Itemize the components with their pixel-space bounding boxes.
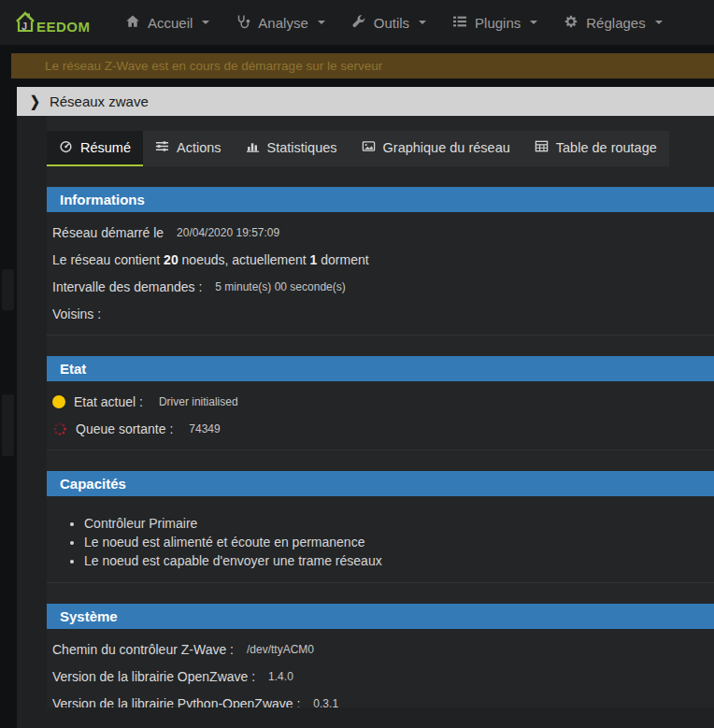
tab-actions[interactable]: Actions <box>143 131 234 166</box>
sliders-icon <box>155 139 169 156</box>
panel-title: Système <box>60 608 118 624</box>
neighbors-row: Voisins : <box>52 300 714 327</box>
panel-informations-body: Réseau démarré le 20/04/2020 19:57:09 Le… <box>47 212 714 335</box>
nav-label: Plugins <box>475 15 521 31</box>
outgoing-queue-row: Queue sortante : 74349 <box>52 415 714 442</box>
node-count-row: Le réseau contient 20 noeuds, actuelleme… <box>52 246 714 273</box>
left-strip-ghost <box>2 394 14 456</box>
panel-etat: Etat Etat actuel : Driver initialised <box>47 356 714 450</box>
panel-capacites-body: Contrôleur Primaire Le noeud est aliment… <box>47 496 714 583</box>
tab-graphique-reseau[interactable]: Graphique du réseau <box>350 131 522 166</box>
chevron-down-icon <box>530 21 537 24</box>
nav-item-outils[interactable]: Outils <box>338 0 439 45</box>
nav-label: Réglages <box>586 15 645 31</box>
panel-etat-body: Etat actuel : Driver initialised <box>47 381 714 450</box>
jeedom-house-icon: J <box>11 8 39 36</box>
chevron-down-icon <box>202 21 209 24</box>
poll-interval-value: 5 minute(s) 00 seconde(s) <box>215 280 345 293</box>
spinner-icon <box>52 421 67 436</box>
python-openzwave-version-row: Version de la librairie Python-OpenZwave… <box>52 690 714 707</box>
capability-item: Le noeud est alimenté et écoute en perma… <box>84 534 714 551</box>
panel-capacites-header: Capacités <box>47 471 714 496</box>
capabilities-list: Contrôleur Primaire Le noeud est aliment… <box>52 515 714 570</box>
wrench-icon <box>351 14 366 32</box>
main-menu: Accueil Analyse Outils <box>112 0 676 45</box>
top-navbar: J EEDOM Accueil Analyse <box>0 0 714 45</box>
image-icon <box>362 139 376 156</box>
capability-item: Contrôleur Primaire <box>84 515 714 533</box>
current-state-row: Etat actuel : Driver initialised <box>52 388 714 415</box>
outgoing-queue-label: Queue sortante : <box>76 421 173 436</box>
status-yellow-icon <box>52 395 65 408</box>
current-state-label: Etat actuel : <box>74 394 143 409</box>
panel-informations-header: Informations <box>47 187 714 212</box>
logo-letter: J <box>21 21 27 32</box>
nav-label: Accueil <box>148 15 193 31</box>
nav-item-analyse[interactable]: Analyse <box>222 0 337 45</box>
tab-label: Graphique du réseau <box>383 140 510 155</box>
panel-title: Etat <box>60 361 86 377</box>
node-count-text: Le réseau contient 20 noeuds, actuelleme… <box>52 252 369 267</box>
brand-text: EEDOM <box>36 19 91 35</box>
zwave-summary-container: Résumé Actions Statistiques <box>47 116 714 707</box>
tab-label: Actions <box>177 140 221 155</box>
jeedom-screen: J EEDOM Accueil Analyse <box>0 0 714 728</box>
nav-label: Outils <box>374 15 409 31</box>
nav-item-plugins[interactable]: Plugins <box>439 0 550 45</box>
openzwave-version-value: 1.4.0 <box>268 670 293 683</box>
nav-label: Analyse <box>258 15 307 31</box>
panel-systeme-body: Chemin du contrôleur Z-Wave : /dev/ttyAC… <box>47 629 714 707</box>
tab-label: Résumé <box>80 140 131 155</box>
list-icon <box>452 14 467 32</box>
panel-title: Capacités <box>60 476 126 492</box>
panel-systeme: Système Chemin du contrôleur Z-Wave : /d… <box>47 604 714 707</box>
network-started-value: 20/04/2020 19:57:09 <box>177 226 279 239</box>
panel-etat-header: Etat <box>47 356 714 381</box>
stethoscope-icon <box>236 14 250 32</box>
chevron-down-icon <box>655 21 663 24</box>
network-started-label: Réseau démarré le <box>52 225 164 240</box>
panel-title: Informations <box>60 192 145 207</box>
node-count-value: 20 <box>164 252 178 267</box>
tab-table-routage[interactable]: Table de routage <box>522 131 669 166</box>
panel-systeme-header: Système <box>47 604 714 629</box>
tab-resume[interactable]: Résumé <box>47 131 143 166</box>
zwave-startup-alert: Le réseau Z-Wave est en cours de démarra… <box>11 53 714 79</box>
left-strip-ghost <box>2 269 14 310</box>
jeedom-logo[interactable]: J EEDOM <box>0 8 97 36</box>
panel-informations: Informations Réseau démarré le 20/04/202… <box>47 187 714 335</box>
controller-path-label: Chemin du contrôleur Z-Wave : <box>52 642 234 657</box>
tab-bar: Résumé Actions Statistiques <box>47 131 669 166</box>
openzwave-version-label: Version de la librairie OpenZwave : <box>52 669 255 684</box>
outgoing-queue-value: 74349 <box>189 422 220 435</box>
chevron-down-icon <box>419 21 426 24</box>
capability-item: Le noeud est capable d'envoyer une trame… <box>84 552 714 570</box>
current-state-value: Driver initialised <box>159 395 238 408</box>
tab-statistiques[interactable]: Statistiques <box>234 131 350 166</box>
bar-chart-icon <box>246 139 260 156</box>
main-content: Résumé Actions Statistiques <box>17 116 714 728</box>
home-icon <box>125 14 140 32</box>
neighbors-label: Voisins : <box>52 307 101 321</box>
tachometer-icon <box>59 139 73 156</box>
python-openzwave-version-value: 0.3.1 <box>313 697 338 708</box>
poll-interval-row: Intervalle des demandes : 5 minute(s) 00… <box>52 273 714 300</box>
network-started-row: Réseau démarré le 20/04/2020 19:57:09 <box>52 219 714 246</box>
chevron-down-icon <box>318 21 325 24</box>
poll-interval-label: Intervalle des demandes : <box>52 279 202 294</box>
chevron-right-icon: ❯ <box>30 93 40 110</box>
tab-label: Statistiques <box>267 140 337 155</box>
controller-path-value: /dev/ttyACM0 <box>247 643 314 656</box>
controller-path-row: Chemin du contrôleur Z-Wave : /dev/ttyAC… <box>52 635 714 663</box>
nav-item-reglages[interactable]: Réglages <box>550 0 675 45</box>
openzwave-version-row: Version de la librairie OpenZwave : 1.4.… <box>52 663 714 690</box>
table-icon <box>535 139 549 156</box>
panel-capacites: Capacités Contrôleur Primaire Le noeud e… <box>47 471 714 583</box>
sleeping-count-value: 1 <box>310 252 318 267</box>
section-header-reseaux-zwave[interactable]: ❯ Réseaux zwave <box>17 87 714 116</box>
nav-item-accueil[interactable]: Accueil <box>112 0 222 45</box>
tab-label: Table de routage <box>556 140 657 155</box>
alert-text: Le réseau Z-Wave est en cours de démarra… <box>45 59 382 73</box>
gear-icon <box>564 14 578 32</box>
python-openzwave-version-label: Version de la librairie Python-OpenZwave… <box>52 696 300 708</box>
